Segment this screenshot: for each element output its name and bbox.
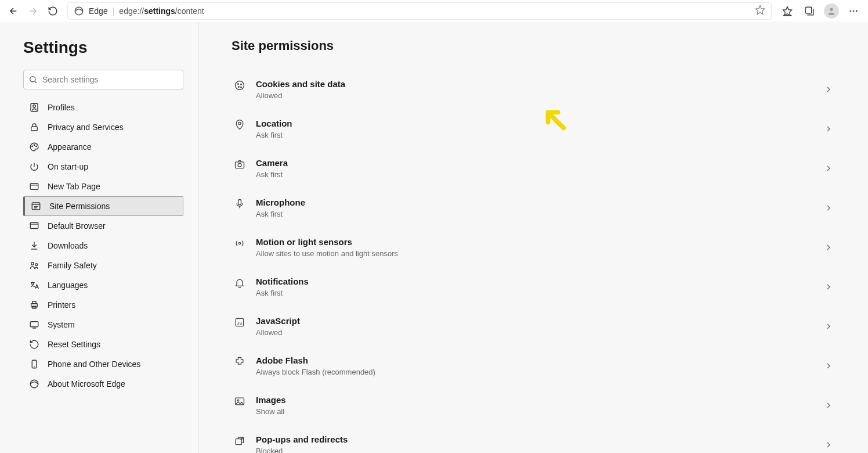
sidebar-item-system[interactable]: System — [23, 315, 183, 335]
sidebar-item-label: System — [48, 320, 75, 329]
svg-point-0 — [75, 7, 83, 15]
address-bar[interactable]: Edge | edge://settings/content — [67, 2, 772, 20]
svg-point-38 — [241, 84, 242, 85]
svg-point-12 — [33, 105, 36, 108]
svg-point-40 — [241, 87, 242, 88]
permission-title: Microphone — [256, 197, 813, 207]
permission-camera[interactable]: CameraAsk first — [232, 149, 836, 188]
sidebar-item-languages[interactable]: Languages — [23, 275, 183, 295]
chevron-right-icon — [824, 440, 833, 450]
url-text: edge://settings/content — [119, 6, 750, 16]
permission-motion-or-light-sensors[interactable]: Motion or light sensorsAllow sites to us… — [232, 228, 836, 267]
settings-sidebar: Settings ProfilesPrivacy and ServicesApp… — [0, 22, 199, 453]
javascript-icon: JS — [234, 317, 245, 328]
permission-javascript[interactable]: JSJavaScriptAllowed — [232, 307, 836, 346]
default-browser-icon — [29, 221, 39, 231]
svg-point-46 — [238, 242, 240, 244]
browser-toolbar: Edge | edge://settings/content — [0, 0, 868, 22]
image-icon — [234, 396, 245, 407]
sidebar-item-reset-settings[interactable]: Reset Settings — [23, 335, 183, 354]
permission-subtitle: Always block Flash (recommended) — [256, 368, 813, 376]
edge-logo-icon — [74, 6, 84, 16]
permission-location[interactable]: LocationAsk first — [232, 109, 836, 149]
svg-point-37 — [238, 84, 239, 85]
permission-notifications[interactable]: NotificationsAsk first — [232, 267, 836, 307]
chevron-right-icon — [824, 361, 833, 371]
search-settings-input[interactable] — [23, 70, 183, 89]
addrbar-divider: | — [113, 6, 115, 16]
permission-subtitle: Allowed — [256, 328, 813, 337]
permission-microphone[interactable]: MicrophoneAsk first — [232, 188, 836, 228]
permission-subtitle: Ask first — [256, 210, 813, 218]
lock-icon — [29, 122, 39, 132]
svg-text:JS: JS — [237, 321, 243, 326]
sidebar-item-printers[interactable]: Printers — [23, 295, 183, 315]
permission-pop-ups-and-redirects[interactable]: Pop-ups and redirectsBlocked — [232, 425, 836, 453]
site-identity-label: Edge — [89, 6, 108, 16]
sidebar-item-downloads[interactable]: Downloads — [23, 236, 183, 256]
permission-subtitle: Blocked — [256, 447, 813, 453]
more-menu-icon[interactable] — [844, 2, 863, 20]
sidebar-item-new-tab-page[interactable]: New Tab Page — [23, 177, 183, 196]
permission-title: Camera — [256, 158, 813, 168]
chevron-right-icon — [824, 243, 833, 252]
svg-point-50 — [237, 400, 239, 401]
svg-rect-29 — [32, 301, 36, 304]
refresh-button[interactable] — [43, 2, 63, 20]
sidebar-item-label: Reset Settings — [48, 340, 100, 349]
edge-icon — [29, 379, 39, 389]
chevron-right-icon — [824, 124, 833, 134]
permission-title: Motion or light sensors — [256, 237, 813, 247]
chevron-right-icon — [824, 322, 833, 331]
svg-rect-44 — [238, 200, 241, 205]
permission-title: Adobe Flash — [256, 355, 813, 365]
settings-nav-list: ProfilesPrivacy and ServicesAppearanceOn… — [23, 98, 183, 394]
chevron-right-icon — [824, 401, 833, 410]
permission-title: Pop-ups and redirects — [256, 434, 813, 444]
forward-button[interactable] — [23, 2, 43, 20]
cookie-icon — [234, 80, 245, 91]
notification-icon — [234, 277, 245, 289]
search-settings-field[interactable] — [42, 75, 178, 84]
sidebar-item-family-safety[interactable]: Family Safety — [23, 256, 183, 275]
permission-subtitle: Ask first — [256, 131, 813, 139]
power-icon — [29, 161, 39, 172]
svg-rect-17 — [30, 184, 38, 190]
permission-title: JavaScript — [256, 316, 813, 326]
sidebar-item-on-start-up[interactable]: On start-up — [23, 157, 183, 177]
sidebar-item-appearance[interactable]: Appearance — [23, 137, 183, 157]
collections-icon[interactable] — [800, 2, 819, 20]
permission-cookies-and-site-data[interactable]: Cookies and site dataAllowed — [232, 70, 836, 109]
favorites-icon[interactable] — [777, 2, 797, 20]
search-icon — [28, 75, 38, 84]
sidebar-item-label: Downloads — [48, 241, 88, 250]
svg-point-39 — [238, 87, 240, 88]
permission-title: Location — [256, 118, 813, 128]
sidebar-item-site-permissions[interactable]: Site Permissions — [23, 196, 183, 216]
svg-rect-23 — [30, 222, 38, 229]
permission-subtitle: Ask first — [256, 289, 813, 297]
chevron-right-icon — [824, 203, 833, 213]
download-icon — [29, 240, 39, 251]
sidebar-item-privacy-and-services[interactable]: Privacy and Services — [23, 117, 183, 137]
permission-subtitle: Allowed — [256, 91, 813, 100]
svg-rect-19 — [32, 203, 40, 210]
plugin-icon — [234, 356, 245, 368]
family-icon — [29, 260, 39, 271]
sidebar-item-profiles[interactable]: Profiles — [23, 98, 183, 117]
favorite-star-icon[interactable] — [755, 5, 765, 17]
permission-adobe-flash[interactable]: Adobe FlashAlways block Flash (recommend… — [232, 346, 836, 386]
sidebar-item-about-microsoft-edge[interactable]: About Microsoft Edge — [23, 374, 183, 394]
sidebar-item-label: Printers — [48, 300, 75, 310]
sidebar-item-label: Default Browser — [48, 221, 106, 231]
settings-title: Settings — [23, 38, 183, 57]
back-button[interactable] — [3, 2, 23, 20]
profile-avatar[interactable] — [822, 2, 841, 20]
permission-images[interactable]: ImagesShow all — [232, 386, 836, 425]
reset-icon — [29, 339, 39, 350]
system-icon — [29, 319, 39, 330]
sidebar-item-default-browser[interactable]: Default Browser — [23, 216, 183, 236]
sidebar-item-phone-and-other-devices[interactable]: Phone and Other Devices — [23, 354, 183, 374]
location-icon — [234, 119, 245, 131]
popup-icon — [234, 435, 245, 447]
